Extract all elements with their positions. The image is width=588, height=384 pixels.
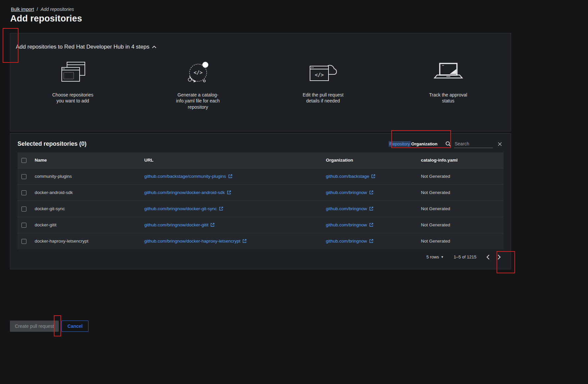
previous-page-button[interactable] xyxy=(485,253,491,261)
step-choose-repositories: Choose repositories you want to add xyxy=(10,59,135,110)
generate-catalog-icon: </> xyxy=(182,59,214,87)
scope-toggle-group: Repository Organization xyxy=(389,141,438,147)
header-organization: Organization xyxy=(326,158,353,163)
header-catalog-info: catalog-info.yaml xyxy=(421,158,458,163)
toggle-organization[interactable]: Organization xyxy=(411,141,438,147)
catalog-status: Not Generated xyxy=(421,222,450,227)
table-row: docker-gitit github.com/bringnow/docker-… xyxy=(17,217,503,233)
steps-row: Choose repositories you want to add </> … xyxy=(10,59,511,110)
step-caption: Generate a catalog- info.yaml file for e… xyxy=(176,92,220,110)
svg-text:</>: </> xyxy=(315,72,324,78)
breadcrumb-current: Add repositories xyxy=(41,7,74,12)
steps-card-title: Add repositories to Red Hat Developer Hu… xyxy=(16,44,149,50)
repo-url-link[interactable]: github.com/bringnow/docker-android-sdk xyxy=(144,190,231,195)
external-link-icon xyxy=(369,190,373,195)
external-link-icon xyxy=(228,174,232,178)
breadcrumb: Bulk import / Add repositories xyxy=(11,7,74,12)
external-link-icon xyxy=(242,239,247,243)
header-name: Name xyxy=(35,158,47,163)
next-page-button[interactable] xyxy=(497,253,502,261)
svg-text:</>: </> xyxy=(193,70,202,76)
repositories-toolbar: Selected repositories (0) Repository Org… xyxy=(10,134,511,152)
search-box xyxy=(445,140,503,148)
row-checkbox[interactable] xyxy=(21,207,26,211)
repo-url-link[interactable]: github.com/bringnow/docker-gitit xyxy=(144,222,215,227)
repo-name: docker-haproxy-letsencrypt xyxy=(35,239,88,244)
external-link-icon xyxy=(369,207,373,211)
table-row: community-plugins github.com/backstage/c… xyxy=(17,168,503,184)
catalog-status: Not Generated xyxy=(421,206,450,211)
external-link-icon xyxy=(369,239,373,243)
clear-icon[interactable] xyxy=(497,141,503,147)
external-link-icon xyxy=(227,190,231,195)
toolbar-right: Repository Organization xyxy=(389,140,503,148)
page-title: Add repositories xyxy=(10,14,82,24)
row-checkbox[interactable] xyxy=(21,174,26,179)
repositories-table: Name URL Organization catalog-info.yaml … xyxy=(17,152,503,249)
external-link-icon xyxy=(219,207,223,211)
chevron-left-icon xyxy=(486,255,489,259)
step-generate-catalog: </> Generate a catalog- info.yaml file f… xyxy=(135,59,260,110)
create-pull-request-button[interactable]: Create pull request xyxy=(10,321,59,332)
repo-name: docker-git-sync xyxy=(35,206,65,211)
chevron-up-icon xyxy=(152,46,156,48)
row-checkbox[interactable] xyxy=(21,239,26,244)
repositories-card-title: Selected repositories (0) xyxy=(17,140,86,147)
breadcrumb-separator: / xyxy=(37,7,38,12)
org-url-link[interactable]: github.com/bringnow xyxy=(326,206,373,211)
chevron-down-icon: ▾ xyxy=(441,255,443,259)
pagination-range: 1–5 of 1215 xyxy=(454,254,476,259)
table-row: docker-android-sdk github.com/bringnow/d… xyxy=(17,184,503,201)
org-url-link[interactable]: github.com/backstage xyxy=(326,174,375,179)
repositories-card: Selected repositories (0) Repository Org… xyxy=(10,133,511,269)
row-checkbox[interactable] xyxy=(21,223,26,228)
cancel-button[interactable]: Cancel xyxy=(61,321,88,332)
repo-name: community-plugins xyxy=(35,174,72,179)
track-approval-icon xyxy=(431,59,466,87)
page-actions: Create pull request Cancel xyxy=(10,321,88,332)
steps-collapse-toggle[interactable]: Add repositories to Red Hat Developer Hu… xyxy=(16,44,156,50)
table-row: docker-git-sync github.com/bringnow/dock… xyxy=(17,201,503,217)
repo-url-link[interactable]: github.com/bringnow/docker-haproxy-letse… xyxy=(144,239,247,244)
select-all-checkbox[interactable] xyxy=(21,158,26,163)
edit-pull-request-icon: </> xyxy=(306,59,340,87)
table-footer: 5 rows ▾ 1–5 of 1215 xyxy=(17,249,503,265)
external-link-icon xyxy=(369,223,373,227)
org-url-link[interactable]: github.com/bringnow xyxy=(326,239,373,244)
org-url-link[interactable]: github.com/bringnow xyxy=(326,190,373,195)
step-edit-pull-request: </> Edit the pull request details if nee… xyxy=(260,59,386,110)
steps-card: Add repositories to Red Hat Developer Hu… xyxy=(10,33,511,132)
step-track-approval: Track the approval status xyxy=(386,59,511,110)
catalog-status: Not Generated xyxy=(421,239,450,244)
pager xyxy=(485,253,502,261)
external-link-icon xyxy=(371,174,375,178)
repo-url-link[interactable]: github.com/bringnow/docker-git-sync xyxy=(144,206,223,211)
breadcrumb-link-bulk-import[interactable]: Bulk import xyxy=(11,7,34,12)
step-caption: Edit the pull request details if needed xyxy=(303,92,344,104)
search-icon xyxy=(445,141,451,147)
toggle-repository[interactable]: Repository xyxy=(389,141,410,147)
repo-url-link[interactable]: github.com/backstage/community-plugins xyxy=(144,174,232,179)
step-caption: Choose repositories you want to add xyxy=(52,92,93,104)
step-caption: Track the approval status xyxy=(429,92,467,104)
header-url: URL xyxy=(144,158,154,163)
search-input[interactable] xyxy=(454,140,493,148)
rows-per-page-select[interactable]: 5 rows ▾ xyxy=(426,254,443,259)
table-header-row: Name URL Organization catalog-info.yaml xyxy=(17,152,503,168)
choose-repositories-icon xyxy=(57,59,89,87)
org-url-link[interactable]: github.com/bringnow xyxy=(326,222,373,227)
table-row: docker-haproxy-letsencrypt github.com/br… xyxy=(17,233,503,249)
bulk-import-page: Bulk import / Add repositories Add repos… xyxy=(0,0,588,384)
chevron-right-icon xyxy=(498,255,501,259)
row-checkbox[interactable] xyxy=(21,190,26,195)
catalog-status: Not Generated xyxy=(421,174,450,179)
repo-name: docker-android-sdk xyxy=(35,190,73,195)
repo-name: docker-gitit xyxy=(35,222,56,227)
external-link-icon xyxy=(210,223,215,227)
catalog-status: Not Generated xyxy=(421,190,450,195)
